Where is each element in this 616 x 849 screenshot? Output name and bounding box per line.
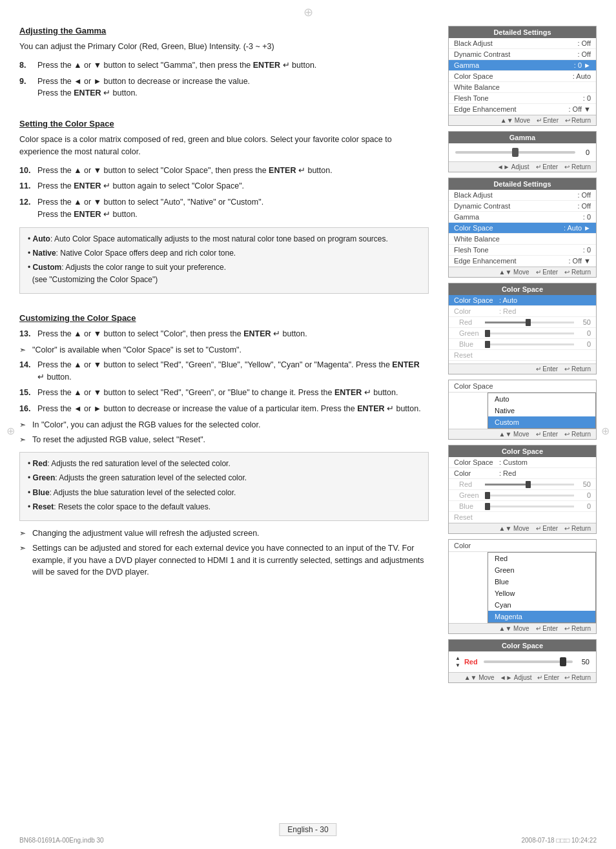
step-14-num: 14. [19, 359, 34, 384]
step-16: 16. Press the ◄ or ► button to decrease … [19, 403, 429, 415]
cs-adj-panel: Color Space ▲ ▼ Red 50 ▲▼ Move ◄► Adjust… [448, 639, 597, 683]
file-info: BN68-01691A-00Eng.indb 30 [19, 837, 104, 844]
gamma-slider-track [455, 151, 575, 154]
panel1-row-white-balance: White Balance [449, 82, 596, 93]
slider2-blue: Blue 0 [449, 501, 596, 512]
section-adjusting-gamma: Adjusting the Gamma You can adjust the P… [19, 26, 429, 99]
cs-adj-thumb [560, 657, 566, 666]
panel2-row-color-space: Color Space : Auto ► [449, 223, 596, 234]
section3-infobox: • Red: Adjusts the red saturation level … [19, 452, 429, 521]
step-9: 9. Press the ◄ or ► button to decrease o… [19, 76, 429, 100]
note-arrow-icon: ➣ [19, 344, 28, 356]
step-10-text: Press the ▲ or ▼ button to select "Color… [37, 165, 429, 177]
step-13: 13. Press the ▲ or ▼ button to select "C… [19, 328, 429, 340]
gamma-slider-area: 0 [449, 143, 596, 161]
color-dropdown-footer: ▲▼ Move ↵ Enter ↩ Return [449, 623, 596, 633]
step-10-num: 10. [19, 165, 34, 177]
dropdown-footer: ▲▼ Move ↵ Enter ↩ Return [449, 429, 596, 439]
cs-panel1-footer: ↵ Enter ↩ Return [449, 363, 596, 374]
note-after-1-arrow: ➣ [19, 527, 28, 540]
panel-detailed-settings-2: Detailed Settings Black Adjust : Off Dyn… [448, 178, 597, 278]
step-14-text: Press the ▲ or ▼ button to select "Red",… [37, 359, 429, 384]
option-custom[interactable]: Custom [488, 416, 595, 428]
step-13-num: 13. [19, 328, 34, 340]
side-mark-left-icon: ⊕ [6, 425, 15, 437]
panel2-row-dynamic-contrast: Dynamic Contrast : Off [449, 201, 596, 212]
step-10: 10. Press the ▲ or ▼ button to select "C… [19, 165, 429, 177]
slider2-red: Red 50 [449, 479, 596, 490]
cs-panel2-header: Color Space [449, 445, 596, 457]
panel1-footer: ▲▼ Move ↵ Enter ↩ Return [449, 115, 596, 125]
cs-row-reset: Reset [449, 350, 596, 361]
color-opt-yellow[interactable]: Yellow [488, 588, 595, 599]
option-native[interactable]: Native [488, 405, 595, 416]
infobox-native: • Native: Native Color Space offers deep… [28, 247, 420, 260]
panel2-row-white-balance: White Balance [449, 234, 596, 245]
color-opt-green[interactable]: Green [488, 564, 595, 576]
step-13-note: ➣ "Color" is available when "Color Space… [19, 344, 429, 356]
compass-icon: ⊕ [303, 5, 313, 19]
infobox2-blue: • Blue: Adjusts the blue saturation leve… [28, 487, 420, 499]
dropdown-color: Color Red Green Blue Yellow Cyan Magenta… [448, 539, 597, 634]
panel2-row-black-adjust: Black Adjust : Off [449, 190, 596, 201]
cs-adj-footer: ▲▼ Move ◄► Adjust ↵ Enter ↩ Return [449, 672, 596, 682]
cs-adj-body: ▲ ▼ Red 50 [449, 651, 596, 672]
step-15: 15. Press the ▲ or ▼ button to select "R… [19, 387, 429, 399]
color-opt-red[interactable]: Red [488, 553, 595, 564]
cs-row-colorspace: Color Space : Auto [449, 295, 596, 306]
section1-title: Adjusting the Gamma [19, 26, 429, 36]
step-12-text: Press the ▲ or ▼ button to select "Auto"… [37, 196, 429, 221]
cs2-row-colorspace: Color Space : Custom [449, 457, 596, 468]
left-column: Adjusting the Gamma You can adjust the P… [19, 26, 435, 823]
note2-arrow-icon: ➣ [19, 434, 28, 446]
color-opt-cyan[interactable]: Cyan [488, 599, 595, 611]
cs2-row-color: Color : Red [449, 468, 596, 479]
color-space-panel-2: Color Space Color Space : Custom Color :… [448, 445, 597, 534]
color-opt-magenta[interactable]: Magenta [488, 611, 595, 622]
gamma-footer: ◄► Adjust ↵ Enter ↩ Return [449, 161, 596, 172]
note-after-1: ➣ Changing the adjustment value will ref… [19, 527, 429, 540]
cs-row-color: Color : Red [449, 306, 596, 317]
gamma-panel: Gamma 0 ◄► Adjust ↵ Enter ↩ Return [448, 131, 597, 172]
step-11-text: Press the ENTER ↵ button again to select… [37, 180, 429, 192]
step-11-num: 11. [19, 180, 34, 192]
color-dropdown-context: Color [449, 540, 596, 552]
infobox2-red: • Red: Adjusts the red saturation level … [28, 458, 420, 470]
panel2-row-edge-enhancement: Edge Enhancement : Off ▼ [449, 256, 596, 267]
slider2-green: Green 0 [449, 490, 596, 501]
step-8: 8. Press the ▲ or ▼ button to select "Ga… [19, 59, 429, 72]
color-opt-blue[interactable]: Blue [488, 576, 595, 588]
panel-detailed-settings-1: Detailed Settings Black Adjust : Off Dyn… [448, 26, 597, 126]
panel1-row-dynamic-contrast: Dynamic Contrast : Off [449, 49, 596, 60]
timestamp: 2008-07-18 □□:□ 10:24:22 [521, 837, 597, 844]
note-after-2-arrow: ➣ [19, 542, 28, 578]
cs-adj-value: 50 [577, 658, 590, 666]
adj-arrows: ▲ ▼ [455, 655, 460, 668]
side-mark-right-icon: ⊕ [601, 425, 610, 437]
step-12-num: 12. [19, 196, 34, 221]
section3-title: Customizing the Color Space [19, 313, 429, 323]
panel1-row-edge-enhancement: Edge Enhancement : Off ▼ [449, 104, 596, 115]
infobox2-reset: • Reset: Resets the color space to the d… [28, 501, 420, 513]
panel1-row-flesh-tone: Flesh Tone : 0 [449, 93, 596, 104]
cs-adj-header: Color Space [449, 640, 596, 651]
step-16-num: 16. [19, 403, 34, 415]
infobox-auto: • Auto: Auto Color Space automatically a… [28, 233, 420, 245]
gamma-value: 0 [579, 148, 590, 156]
section2-infobox: • Auto: Auto Color Space automatically a… [19, 227, 429, 294]
cs-adj-track [484, 660, 573, 663]
step-16-note1: ➣ In "Color", you can adjust the RGB val… [19, 419, 429, 431]
right-column: Detailed Settings Black Adjust : Off Dyn… [448, 26, 597, 823]
note-after-1-text: Changing the adjustment value will refre… [32, 527, 260, 540]
step-8-text: Press the ▲ or ▼ button to select "Gamma… [37, 59, 429, 72]
section-customizing-color-space: Customizing the Color Space 13. Press th… [19, 313, 429, 578]
note-after-2: ➣ Settings can be adjusted and stored fo… [19, 542, 429, 578]
dropdown-options: Auto Native Custom [488, 393, 596, 429]
step-8-num: 8. [19, 59, 34, 72]
panel1-header: Detailed Settings [449, 26, 596, 38]
gamma-header: Gamma [449, 132, 596, 143]
page-footer: English - 30 [279, 823, 336, 836]
option-auto[interactable]: Auto [488, 393, 595, 405]
section1-intro: You can adjust the Primary Color (Red, G… [19, 41, 429, 53]
step-16-note2: ➣ To reset the adjusted RGB value, selec… [19, 434, 429, 446]
